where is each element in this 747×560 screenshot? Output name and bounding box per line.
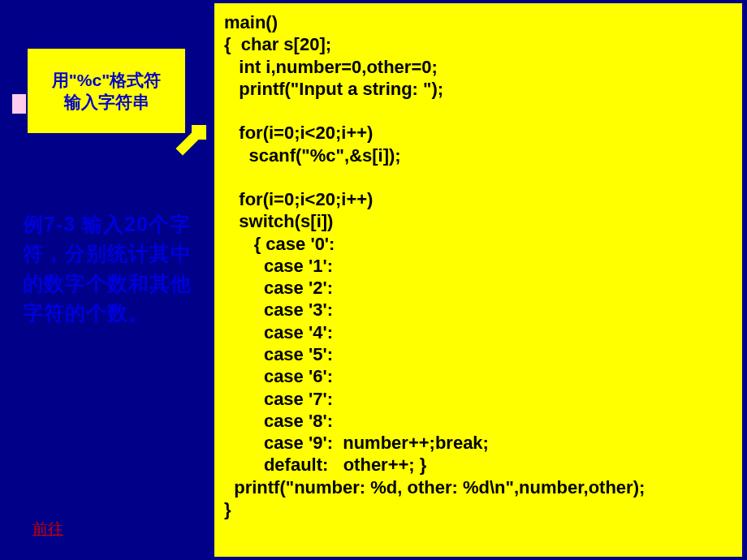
code-block: main() { char s[20]; int i,number=0,othe… xyxy=(214,3,742,557)
callout-line2: 输入字符串 xyxy=(64,91,149,113)
example-description: 例7-3 输入20个字符，分别统计其中的数字个数和其他字符的个数。 xyxy=(23,209,193,327)
arrow-icon xyxy=(171,120,211,161)
callout-line1: 用"%c"格式符 xyxy=(52,69,161,91)
nav-back-link[interactable]: 前往 xyxy=(32,519,63,540)
callout-box: 用"%c"格式符 输入字符串 xyxy=(26,47,187,135)
decorative-tab xyxy=(12,94,27,114)
